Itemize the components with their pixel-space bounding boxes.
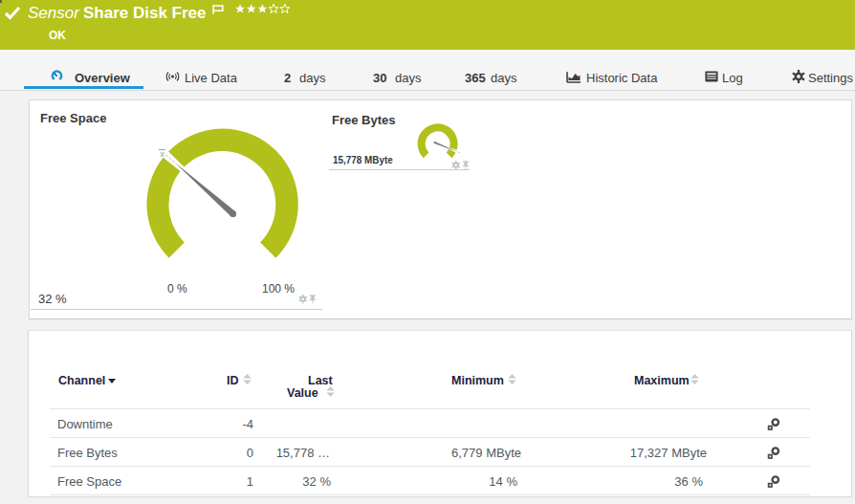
svg-text:x: x (160, 149, 164, 159)
